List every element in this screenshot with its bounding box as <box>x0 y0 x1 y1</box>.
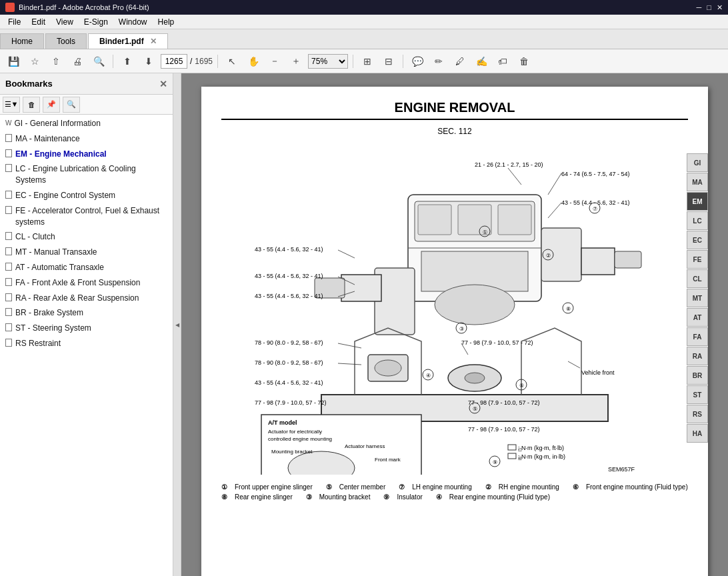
bookmark-item-ra[interactable]: RA - Rear Axle & Rear Suspension <box>0 291 173 306</box>
margin-label-ec[interactable]: EC <box>687 231 708 249</box>
bookmark-item-gi[interactable]: W GI - General Information <box>0 116 173 131</box>
bookmark-item-fa[interactable]: FA - Front Axle & Front Suspension <box>0 275 173 291</box>
share-button[interactable]: ⇧ <box>47 53 65 70</box>
save-button[interactable]: 💾 <box>4 53 23 70</box>
svg-line-20 <box>508 168 521 185</box>
delete-button[interactable]: 🗑 <box>515 53 533 70</box>
menu-esign[interactable]: E-Sign <box>79 16 113 28</box>
svg-text:77 - 98 (7.9 - 10.0, 57 - 72): 77 - 98 (7.9 - 10.0, 57 - 72) <box>461 339 533 346</box>
highlight-button[interactable]: ✏ <box>429 53 448 70</box>
margin-label-gi[interactable]: GI <box>687 153 708 172</box>
margin-label-rs[interactable]: RS <box>687 405 708 423</box>
bookmark-item-ma[interactable]: MA - Maintenance <box>0 131 173 147</box>
zoom-out-btn[interactable]: － <box>265 53 284 70</box>
fit-width-button[interactable]: ⊟ <box>379 53 398 70</box>
next-page-button[interactable]: ⬇ <box>139 53 158 70</box>
margin-label-cl[interactable]: CL <box>687 269 708 288</box>
tab-binder[interactable]: Binder1.pdf ✕ <box>88 33 168 49</box>
bookmark-item-fe[interactable]: FE - Accelerator Control, Fuel & Exhaust… <box>0 203 173 230</box>
sidebar-search-button[interactable]: 🔍 <box>63 97 80 113</box>
svg-rect-11 <box>615 251 641 268</box>
bookmark-item-ec[interactable]: EC - Engine Control System <box>0 188 173 203</box>
zoom-select[interactable]: 75% <box>308 54 348 69</box>
bookmark-item-br[interactable]: BR - Brake System <box>0 305 173 321</box>
svg-text:A/T model: A/T model <box>268 419 297 426</box>
svg-line-34 <box>338 363 361 365</box>
menu-view[interactable]: View <box>51 16 79 28</box>
sidebar-header: Bookmarks ✕ <box>0 73 173 95</box>
fit-page-button[interactable]: ⊞ <box>358 53 377 70</box>
bookmark-label-cl: CL - Clutch <box>15 231 55 243</box>
menu-window[interactable]: Window <box>113 16 153 28</box>
zoom-in-btn[interactable]: ＋ <box>287 53 305 70</box>
draw-button[interactable]: 🖊 <box>451 53 469 70</box>
legend-item-9: ⑨ Insulator <box>383 493 422 501</box>
bookmark-button[interactable]: ☆ <box>25 53 44 70</box>
legend-item-8: ⑧ Rear engine slinger <box>221 493 293 501</box>
tab-home[interactable]: Home <box>0 33 44 49</box>
page-number-input[interactable] <box>161 54 187 69</box>
prev-page-button[interactable]: ⬆ <box>118 53 137 70</box>
bookmark-item-at[interactable]: AT - Automatic Transaxle <box>0 260 173 275</box>
margin-label-ra[interactable]: RA <box>687 347 708 365</box>
page-title: ENGINE REMOVAL <box>221 100 688 120</box>
sidebar-close-button[interactable]: ✕ <box>159 79 167 89</box>
margin-label-fe[interactable]: FE <box>687 250 708 269</box>
close-btn[interactable]: ✕ <box>717 3 723 12</box>
bookmark-item-em[interactable]: EM - Engine Mechanical <box>0 147 173 162</box>
sidebar-delete-button[interactable]: 🗑 <box>23 97 40 113</box>
svg-text:77 - 98 (7.9 - 10.0, 57 - 72): 77 - 98 (7.9 - 10.0, 57 - 72) <box>255 399 327 406</box>
hand-tool-button[interactable]: ✋ <box>244 53 263 70</box>
margin-label-mt[interactable]: MT <box>687 289 708 307</box>
margin-label-ma[interactable]: MA <box>687 173 708 191</box>
margin-label-st[interactable]: ST <box>687 385 708 404</box>
menu-edit[interactable]: Edit <box>26 16 51 28</box>
bookmark-item-cl[interactable]: CL - Clutch <box>0 229 173 245</box>
print-button[interactable]: 🖨 <box>68 53 87 70</box>
bookmark-item-st[interactable]: ST - Steering System <box>0 321 173 336</box>
legend-item-5: ⑤ Center member <box>326 483 385 491</box>
minimize-btn[interactable]: ─ <box>697 3 702 12</box>
bookmark-item-mt[interactable]: MT - Manual Transaxle <box>0 245 173 260</box>
zoom-out-button[interactable]: 🔍 <box>89 53 108 70</box>
svg-rect-2 <box>418 205 451 235</box>
tab-bar: Home Tools Binder1.pdf ✕ <box>0 29 728 49</box>
bookmark-flag-fe <box>5 206 12 214</box>
page-total: 1695 <box>195 57 213 66</box>
svg-text:→: → <box>267 471 276 475</box>
stamp-button[interactable]: 🏷 <box>493 53 512 70</box>
margin-label-br[interactable]: BR <box>687 366 708 385</box>
svg-text:⑥: ⑥ <box>519 383 524 389</box>
margin-label-lc[interactable]: LC <box>687 211 708 230</box>
svg-text:⑨: ⑨ <box>493 459 497 465</box>
tab-close-icon[interactable]: ✕ <box>150 37 157 46</box>
bookmark-flag-ra <box>5 293 12 301</box>
margin-label-em[interactable]: EM <box>687 192 708 211</box>
sidebar: Bookmarks ✕ ☰▼ 🗑 📌 🔍 W GI - General Info… <box>0 73 173 576</box>
bookmark-item-rs[interactable]: RS Restraint <box>0 336 173 351</box>
page-separator: / <box>190 57 192 66</box>
cursor-tool-button[interactable]: ↖ <box>223 53 241 70</box>
tab-tools[interactable]: Tools <box>45 33 87 49</box>
svg-text:⊞: ⊞ <box>518 456 522 461</box>
sidebar-collapse-handle[interactable] <box>173 73 181 576</box>
margin-label-fa[interactable]: FA <box>687 327 708 346</box>
maximize-btn[interactable]: □ <box>707 3 711 12</box>
svg-text:Actuator for electrically: Actuator for electrically <box>268 429 322 435</box>
sign-button[interactable]: ✍ <box>472 53 491 70</box>
sidebar-add-button[interactable]: 📌 <box>43 97 60 113</box>
menu-help[interactable]: Help <box>153 16 180 28</box>
title-bar: Binder1.pdf - Adobe Acrobat Pro (64-bit)… <box>0 0 728 15</box>
bookmark-item-lc[interactable]: LC - Engine Lubrication & Cooling System… <box>0 161 173 188</box>
svg-text:⑤: ⑤ <box>473 406 477 412</box>
comment-button[interactable]: 💬 <box>408 53 427 70</box>
menu-file[interactable]: File <box>3 16 26 28</box>
margin-label-at[interactable]: AT <box>687 308 708 327</box>
sidebar-menu-button[interactable]: ☰▼ <box>3 97 20 113</box>
bookmark-flag-mt <box>5 247 12 255</box>
svg-rect-61 <box>508 453 516 459</box>
sec-label: SEC. 112 <box>437 127 471 136</box>
margin-label-ha[interactable]: HA <box>687 424 708 443</box>
svg-text:controlled engine mounting: controlled engine mounting <box>268 436 332 442</box>
pdf-area[interactable]: GI MA EM LC EC FE CL MT AT FA RA BR ST R… <box>181 73 728 576</box>
